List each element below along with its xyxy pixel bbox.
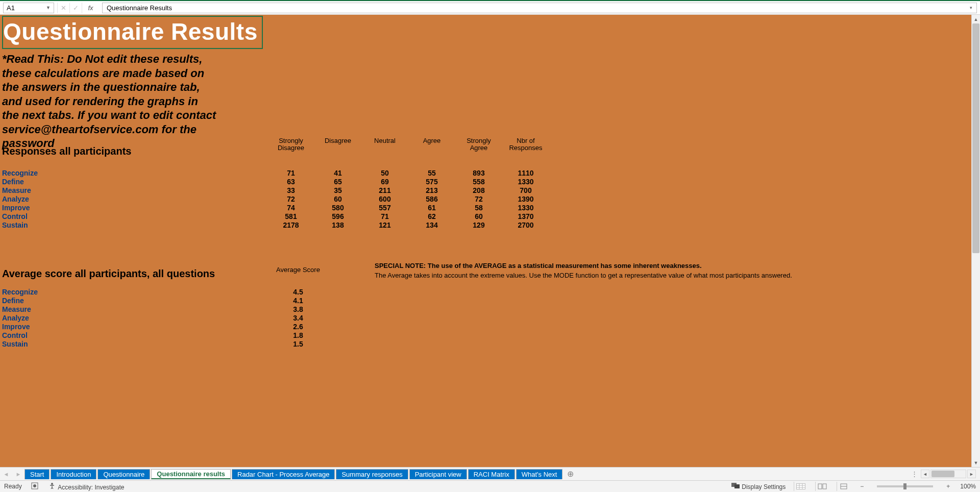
responses-cell: 600 (361, 195, 408, 203)
responses-cell: 69 (361, 178, 408, 186)
averages-cell: 4.1 (267, 297, 329, 305)
responses-cell: 61 (408, 204, 455, 212)
hscroll-track[interactable] (930, 470, 966, 478)
svg-point-1 (33, 484, 36, 487)
svg-point-2 (51, 483, 53, 485)
formula-input[interactable]: Questionnaire Results ▾ (102, 3, 977, 13)
formula-bar: A1 ▼ ✕ ✓ fx Questionnaire Results ▾ (0, 1, 980, 15)
status-accessibility[interactable]: Accessibility: Investigate (47, 482, 125, 491)
vertical-scroll-track[interactable] (972, 23, 980, 458)
display-settings-button[interactable]: Display Settings (731, 483, 786, 490)
sheet-tab[interactable]: RACI Matrix (468, 469, 515, 479)
averages-cell: 2.6 (267, 323, 329, 331)
scroll-up-icon[interactable]: ▲ (972, 15, 980, 23)
responses-cell: 211 (361, 186, 408, 194)
responses-cell: 2178 (267, 221, 314, 229)
responses-cell: 213 (408, 186, 455, 194)
responses-cell: 60 (455, 212, 502, 220)
averages-cell: 1.8 (267, 331, 329, 339)
sheet-tab[interactable]: Radar Chart - Process Average (232, 469, 335, 479)
averages-section: Average score all participants, all ques… (2, 260, 969, 348)
zoom-percent[interactable]: 100% (960, 483, 976, 490)
tab-nav-prev-icon[interactable]: ◄ (0, 471, 12, 477)
responses-cell: 1330 (502, 178, 549, 186)
worksheet-canvas[interactable]: Questionnaire Results *Read This: Do Not… (0, 15, 971, 467)
responses-cell: 33 (267, 186, 314, 194)
scroll-down-icon[interactable]: ▼ (972, 458, 980, 467)
responses-row-label: Improve (2, 204, 267, 212)
zoom-slider-thumb[interactable] (903, 483, 906, 489)
averages-row-label: Measure (2, 305, 267, 313)
sheet-tab[interactable]: Start (24, 469, 50, 479)
macro-record-icon[interactable] (30, 482, 39, 491)
averages-cell: 3.4 (267, 314, 329, 322)
responses-column-header: Agree (408, 137, 455, 161)
responses-row-label: Recognize (2, 169, 267, 177)
sheet-tab[interactable]: What's Next (516, 469, 563, 479)
averages-row-label: Define (2, 297, 267, 305)
responses-cell: 63 (267, 178, 314, 186)
responses-cell: 580 (314, 204, 361, 212)
read-this-note: *Read This: Do Not edit these results, t… (2, 52, 216, 151)
responses-cell: 58 (455, 204, 502, 212)
display-settings-icon (731, 483, 740, 490)
responses-row-label: Define (2, 178, 267, 186)
new-sheet-button[interactable]: ⊕ (564, 469, 577, 479)
formula-input-value: Questionnaire Results (107, 4, 172, 12)
responses-cell: 71 (361, 212, 408, 220)
tab-nav-next-icon[interactable]: ► (12, 471, 24, 477)
sheet-tab[interactable]: Participant view (409, 469, 467, 479)
status-accessibility-label: Accessibility: Investigate (58, 484, 124, 491)
view-page-layout-button[interactable] (815, 482, 828, 491)
sheet-tab[interactable]: Introduction (51, 469, 96, 479)
name-box[interactable]: A1 ▼ (3, 3, 54, 13)
responses-cell: 129 (455, 221, 502, 229)
horizontal-scrollbar: ⋮ ◄ ► (909, 470, 976, 478)
responses-column-header: Neutral (361, 137, 408, 161)
responses-cell: 41 (314, 169, 361, 177)
vertical-scrollbar[interactable]: ▲ ▼ (971, 15, 980, 467)
responses-cell: 208 (455, 186, 502, 194)
responses-cell: 74 (267, 204, 314, 212)
svg-rect-12 (823, 484, 826, 489)
averages-column-header: Average Score (267, 266, 329, 274)
svg-rect-4 (734, 484, 740, 488)
responses-cell: 596 (314, 212, 361, 220)
view-normal-button[interactable] (794, 482, 807, 491)
responses-column-header: Nbr ofResponses (502, 137, 549, 161)
responses-cell: 586 (408, 195, 455, 203)
hscroll-right-icon[interactable]: ► (967, 470, 976, 478)
responses-cell: 1370 (502, 212, 549, 220)
special-note-regular: The Average takes into account the extre… (375, 272, 969, 279)
averages-heading: Average score all participants, all ques… (2, 268, 267, 280)
responses-cell: 60 (314, 195, 361, 203)
sheet-tab[interactable]: Questionnaire results (151, 469, 231, 479)
responses-cell: 138 (314, 221, 361, 229)
responses-row-label: Control (2, 212, 267, 220)
zoom-in-button[interactable]: + (944, 483, 952, 490)
averages-row-label: Improve (2, 323, 267, 331)
hscroll-thumb[interactable] (932, 471, 954, 477)
responses-cell: 121 (361, 221, 408, 229)
averages-cell: 4.5 (267, 288, 329, 296)
sheet-tab[interactable]: Questionnaire (97, 469, 150, 479)
zoom-out-button[interactable]: − (858, 483, 866, 490)
cancel-formula-button: ✕ (57, 3, 69, 13)
view-page-break-button[interactable] (837, 482, 850, 491)
responses-cell: 72 (455, 195, 502, 203)
expand-formula-bar-icon[interactable]: ▾ (970, 5, 972, 10)
insert-function-button[interactable]: fx (82, 3, 99, 13)
hscroll-left-icon[interactable]: ◄ (921, 470, 929, 478)
averages-row-label: Sustain (2, 340, 267, 348)
responses-cell: 575 (408, 178, 455, 186)
tab-split-handle-icon[interactable]: ⋮ (909, 470, 920, 478)
sheet-tab[interactable]: Summary responses (336, 469, 408, 479)
averages-cell: 1.5 (267, 340, 329, 348)
responses-column-header: StronglyDisagree (267, 137, 314, 161)
responses-cell: 1330 (502, 204, 549, 212)
zoom-slider[interactable] (877, 485, 933, 487)
responses-cell: 134 (408, 221, 455, 229)
confirm-formula-button: ✓ (69, 3, 82, 13)
vertical-scroll-thumb[interactable] (972, 23, 979, 253)
chevron-down-icon[interactable]: ▼ (46, 5, 51, 10)
